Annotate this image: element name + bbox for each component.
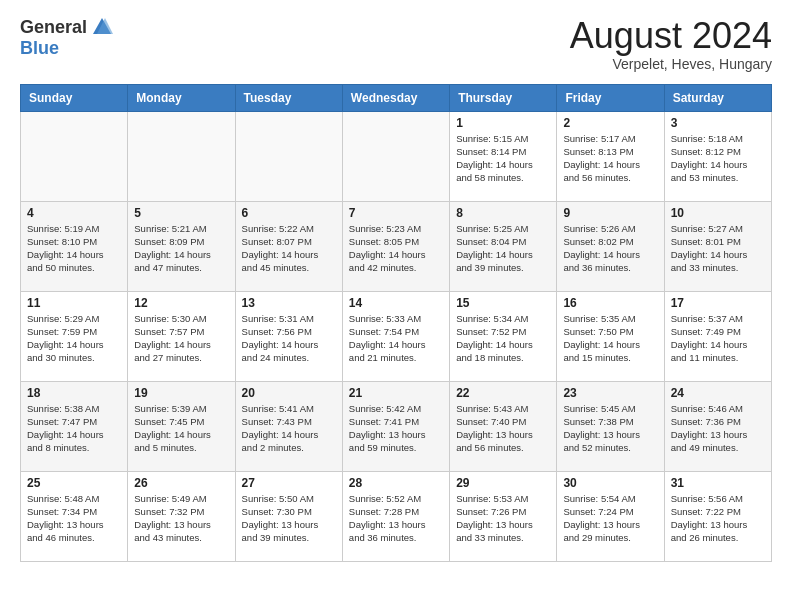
day-info: Sunrise: 5:46 AMSunset: 7:36 PMDaylight:… [671,402,765,455]
day-number: 14 [349,296,443,310]
day-number: 31 [671,476,765,490]
day-info: Sunrise: 5:33 AMSunset: 7:54 PMDaylight:… [349,312,443,365]
weekday-header: Sunday [21,84,128,111]
calendar-cell: 1Sunrise: 5:15 AMSunset: 8:14 PMDaylight… [450,111,557,201]
day-number: 27 [242,476,336,490]
day-info: Sunrise: 5:18 AMSunset: 8:12 PMDaylight:… [671,132,765,185]
day-number: 7 [349,206,443,220]
calendar-cell: 22Sunrise: 5:43 AMSunset: 7:40 PMDayligh… [450,381,557,471]
subtitle: Verpelet, Heves, Hungary [570,56,772,72]
calendar-cell [128,111,235,201]
calendar-cell: 16Sunrise: 5:35 AMSunset: 7:50 PMDayligh… [557,291,664,381]
month-title: August 2024 [570,16,772,56]
calendar-cell: 4Sunrise: 5:19 AMSunset: 8:10 PMDaylight… [21,201,128,291]
calendar-week: 4Sunrise: 5:19 AMSunset: 8:10 PMDaylight… [21,201,772,291]
day-number: 15 [456,296,550,310]
day-number: 9 [563,206,657,220]
calendar-header: SundayMondayTuesdayWednesdayThursdayFrid… [21,84,772,111]
day-number: 4 [27,206,121,220]
day-info: Sunrise: 5:39 AMSunset: 7:45 PMDaylight:… [134,402,228,455]
day-info: Sunrise: 5:41 AMSunset: 7:43 PMDaylight:… [242,402,336,455]
day-number: 1 [456,116,550,130]
day-number: 8 [456,206,550,220]
day-number: 6 [242,206,336,220]
day-number: 10 [671,206,765,220]
calendar-cell: 12Sunrise: 5:30 AMSunset: 7:57 PMDayligh… [128,291,235,381]
calendar-cell: 23Sunrise: 5:45 AMSunset: 7:38 PMDayligh… [557,381,664,471]
calendar-cell: 8Sunrise: 5:25 AMSunset: 8:04 PMDaylight… [450,201,557,291]
day-number: 11 [27,296,121,310]
day-number: 21 [349,386,443,400]
day-info: Sunrise: 5:22 AMSunset: 8:07 PMDaylight:… [242,222,336,275]
weekday-header: Tuesday [235,84,342,111]
calendar-cell: 5Sunrise: 5:21 AMSunset: 8:09 PMDaylight… [128,201,235,291]
calendar-cell: 3Sunrise: 5:18 AMSunset: 8:12 PMDaylight… [664,111,771,201]
day-number: 3 [671,116,765,130]
calendar-cell: 26Sunrise: 5:49 AMSunset: 7:32 PMDayligh… [128,471,235,561]
calendar-cell: 2Sunrise: 5:17 AMSunset: 8:13 PMDaylight… [557,111,664,201]
calendar-week: 1Sunrise: 5:15 AMSunset: 8:14 PMDaylight… [21,111,772,201]
day-number: 20 [242,386,336,400]
day-info: Sunrise: 5:27 AMSunset: 8:01 PMDaylight:… [671,222,765,275]
day-info: Sunrise: 5:38 AMSunset: 7:47 PMDaylight:… [27,402,121,455]
calendar-cell: 17Sunrise: 5:37 AMSunset: 7:49 PMDayligh… [664,291,771,381]
day-info: Sunrise: 5:50 AMSunset: 7:30 PMDaylight:… [242,492,336,545]
day-number: 12 [134,296,228,310]
calendar-cell: 25Sunrise: 5:48 AMSunset: 7:34 PMDayligh… [21,471,128,561]
day-info: Sunrise: 5:45 AMSunset: 7:38 PMDaylight:… [563,402,657,455]
day-info: Sunrise: 5:29 AMSunset: 7:59 PMDaylight:… [27,312,121,365]
calendar-cell: 18Sunrise: 5:38 AMSunset: 7:47 PMDayligh… [21,381,128,471]
day-info: Sunrise: 5:48 AMSunset: 7:34 PMDaylight:… [27,492,121,545]
day-number: 25 [27,476,121,490]
day-number: 22 [456,386,550,400]
calendar-cell: 14Sunrise: 5:33 AMSunset: 7:54 PMDayligh… [342,291,449,381]
day-number: 18 [27,386,121,400]
calendar-cell: 20Sunrise: 5:41 AMSunset: 7:43 PMDayligh… [235,381,342,471]
calendar-cell [235,111,342,201]
calendar-body: 1Sunrise: 5:15 AMSunset: 8:14 PMDaylight… [21,111,772,561]
calendar-cell [342,111,449,201]
day-info: Sunrise: 5:56 AMSunset: 7:22 PMDaylight:… [671,492,765,545]
logo-blue-text: Blue [20,38,59,59]
day-number: 13 [242,296,336,310]
calendar-cell: 19Sunrise: 5:39 AMSunset: 7:45 PMDayligh… [128,381,235,471]
calendar-cell: 27Sunrise: 5:50 AMSunset: 7:30 PMDayligh… [235,471,342,561]
calendar-cell: 30Sunrise: 5:54 AMSunset: 7:24 PMDayligh… [557,471,664,561]
calendar-table: SundayMondayTuesdayWednesdayThursdayFrid… [20,84,772,562]
day-number: 19 [134,386,228,400]
day-info: Sunrise: 5:49 AMSunset: 7:32 PMDaylight:… [134,492,228,545]
calendar-week: 18Sunrise: 5:38 AMSunset: 7:47 PMDayligh… [21,381,772,471]
day-info: Sunrise: 5:31 AMSunset: 7:56 PMDaylight:… [242,312,336,365]
weekday-header: Monday [128,84,235,111]
weekday-header: Thursday [450,84,557,111]
calendar-cell: 15Sunrise: 5:34 AMSunset: 7:52 PMDayligh… [450,291,557,381]
day-number: 23 [563,386,657,400]
calendar-week: 25Sunrise: 5:48 AMSunset: 7:34 PMDayligh… [21,471,772,561]
day-info: Sunrise: 5:52 AMSunset: 7:28 PMDaylight:… [349,492,443,545]
logo: General Blue [20,16,113,59]
calendar-cell: 21Sunrise: 5:42 AMSunset: 7:41 PMDayligh… [342,381,449,471]
day-number: 2 [563,116,657,130]
calendar-cell: 31Sunrise: 5:56 AMSunset: 7:22 PMDayligh… [664,471,771,561]
day-info: Sunrise: 5:37 AMSunset: 7:49 PMDaylight:… [671,312,765,365]
day-info: Sunrise: 5:19 AMSunset: 8:10 PMDaylight:… [27,222,121,275]
calendar-cell: 28Sunrise: 5:52 AMSunset: 7:28 PMDayligh… [342,471,449,561]
weekday-header: Friday [557,84,664,111]
logo-general-text: General [20,17,87,38]
weekday-header: Saturday [664,84,771,111]
day-info: Sunrise: 5:17 AMSunset: 8:13 PMDaylight:… [563,132,657,185]
calendar-cell: 13Sunrise: 5:31 AMSunset: 7:56 PMDayligh… [235,291,342,381]
calendar-cell: 11Sunrise: 5:29 AMSunset: 7:59 PMDayligh… [21,291,128,381]
day-info: Sunrise: 5:42 AMSunset: 7:41 PMDaylight:… [349,402,443,455]
day-info: Sunrise: 5:34 AMSunset: 7:52 PMDaylight:… [456,312,550,365]
day-info: Sunrise: 5:43 AMSunset: 7:40 PMDaylight:… [456,402,550,455]
header: General Blue August 2024 Verpelet, Heves… [20,16,772,72]
day-info: Sunrise: 5:26 AMSunset: 8:02 PMDaylight:… [563,222,657,275]
day-info: Sunrise: 5:54 AMSunset: 7:24 PMDaylight:… [563,492,657,545]
calendar-week: 11Sunrise: 5:29 AMSunset: 7:59 PMDayligh… [21,291,772,381]
day-number: 29 [456,476,550,490]
day-info: Sunrise: 5:15 AMSunset: 8:14 PMDaylight:… [456,132,550,185]
calendar-cell: 24Sunrise: 5:46 AMSunset: 7:36 PMDayligh… [664,381,771,471]
calendar-cell: 6Sunrise: 5:22 AMSunset: 8:07 PMDaylight… [235,201,342,291]
day-number: 17 [671,296,765,310]
